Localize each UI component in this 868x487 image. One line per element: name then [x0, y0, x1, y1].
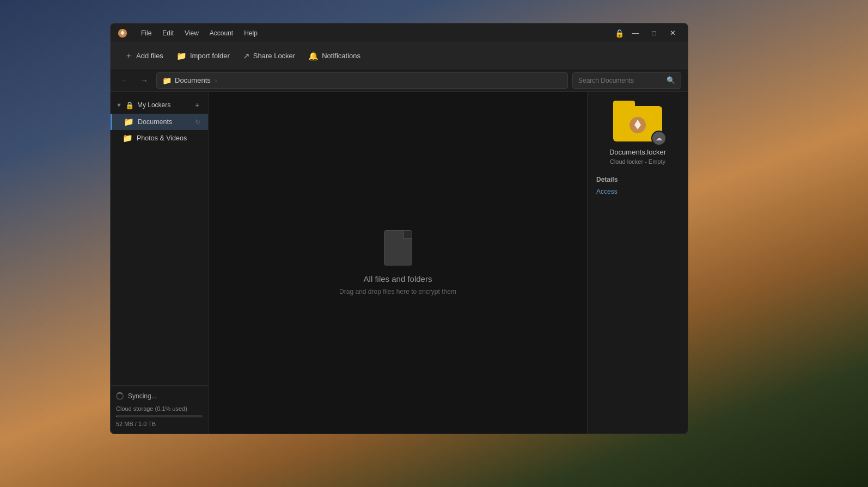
my-lockers-label: My Lockers [137, 101, 188, 109]
documents-sync-icon: ↻ [193, 117, 203, 127]
add-icon: ＋ [125, 51, 133, 61]
menu-view[interactable]: View [180, 27, 203, 39]
search-input[interactable] [578, 77, 663, 84]
minimize-button[interactable]: — [627, 26, 644, 41]
notifications-label: Notifications [322, 52, 360, 60]
sidebar-item-documents[interactable]: 📁 Documents ↻ [111, 114, 208, 130]
empty-state-title: All files and folders [364, 274, 432, 283]
search-icon: 🔍 [667, 76, 675, 84]
share-locker-button[interactable]: ↗ Share Locker [237, 48, 301, 64]
forward-button[interactable]: → [137, 73, 152, 88]
storage-bar [116, 415, 203, 417]
share-icon: ↗ [243, 51, 250, 61]
app-window: File Edit View Account Help 🔒 — □ ✕ ＋ Ad… [110, 23, 688, 434]
collapse-icon: ▼ [116, 102, 122, 108]
close-button[interactable]: ✕ [664, 26, 681, 41]
locker-name: Documents.locker [609, 148, 666, 156]
access-link[interactable]: Access [596, 188, 679, 195]
documents-folder-icon: 📁 [124, 117, 133, 127]
locker-preview: ☁ Documents.locker Cloud locker - Empty [596, 101, 679, 165]
syncing-text: Syncing... [128, 392, 157, 400]
cloud-storage-label: Cloud storage (0.1% used) [116, 405, 203, 412]
app-logo [117, 28, 128, 39]
nav-bar: ← → 📁 Documents › 🔍 [111, 69, 688, 92]
documents-item-label: Documents [138, 118, 188, 126]
empty-state-subtitle: Drag and drop files here to encrypt them [339, 288, 456, 295]
lock-icon[interactable]: 🔒 [612, 26, 627, 41]
syncing-row: Syncing... [116, 392, 203, 400]
photos-folder-icon: 📁 [123, 133, 132, 143]
menu-file[interactable]: File [137, 27, 156, 39]
my-lockers-header[interactable]: ▼ 🔒 My Lockers + [111, 96, 208, 114]
menu-bar: File Edit View Account Help [137, 27, 612, 39]
cloud-badge-icon: ☁ [651, 131, 667, 146]
menu-help[interactable]: Help [240, 27, 262, 39]
window-controls: — □ ✕ [627, 26, 681, 41]
locker-folder-icon: ☁ [613, 101, 662, 141]
file-placeholder [384, 230, 412, 266]
notifications-icon: 🔔 [308, 51, 319, 61]
storage-usage-text: 52 MB / 1.0 TB [116, 421, 203, 427]
sync-spinner [116, 392, 124, 400]
sidebar-section-lockers: ▼ 🔒 My Lockers + 📁 Documents ↻ 📁 [111, 92, 208, 151]
details-section-title: Details [596, 176, 679, 183]
address-chevron-icon: › [215, 77, 217, 84]
menu-edit[interactable]: Edit [158, 27, 178, 39]
import-folder-label: Import folder [190, 52, 230, 60]
import-folder-button[interactable]: 📁 Import folder [171, 48, 235, 64]
photos-videos-item-label: Photos & Videos [137, 134, 188, 142]
empty-state-icon [384, 230, 412, 266]
lockers-folder-icon: 🔒 [125, 101, 134, 109]
notifications-button[interactable]: 🔔 Notifications [303, 48, 366, 64]
maximize-button[interactable]: □ [645, 26, 663, 41]
sidebar-item-photos-videos[interactable]: 📁 Photos & Videos ↻ [111, 130, 208, 146]
sidebar: ▼ 🔒 My Lockers + 📁 Documents ↻ 📁 [111, 92, 209, 434]
address-folder-icon: 📁 [162, 76, 172, 85]
add-files-label: Add files [136, 52, 163, 60]
back-button[interactable]: ← [117, 73, 132, 88]
address-bar[interactable]: 📁 Documents › [156, 72, 568, 89]
drop-zone[interactable]: All files and folders Drag and drop file… [209, 92, 587, 434]
address-bar-text: Documents [175, 76, 211, 84]
sidebar-bottom: Syncing... Cloud storage (0.1% used) 52 … [111, 385, 208, 434]
share-locker-label: Share Locker [253, 52, 295, 60]
toolbar: ＋ Add files 📁 Import folder ↗ Share Lock… [111, 43, 688, 69]
add-files-button[interactable]: ＋ Add files [119, 47, 169, 64]
right-panel: ☁ Documents.locker Cloud locker - Empty … [587, 92, 688, 434]
locker-status: Cloud locker - Empty [610, 158, 665, 165]
title-bar: File Edit View Account Help 🔒 — □ ✕ [111, 23, 688, 43]
main-content: ▼ 🔒 My Lockers + 📁 Documents ↻ 📁 [111, 92, 688, 434]
menu-account[interactable]: Account [205, 27, 237, 39]
import-folder-icon: 📁 [176, 51, 187, 61]
search-bar[interactable]: 🔍 [572, 72, 681, 89]
add-locker-button[interactable]: + [192, 100, 203, 110]
